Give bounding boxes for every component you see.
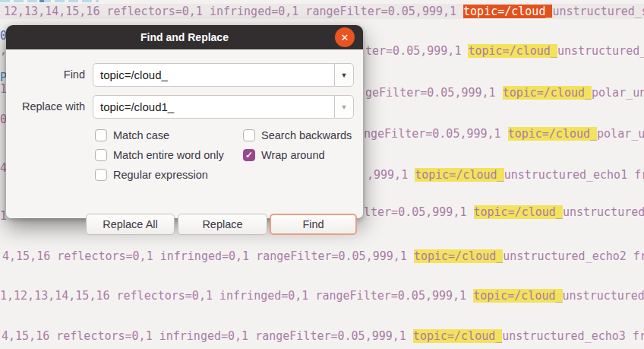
code-line: lter=0.05,999,1 topic=/cloud_unstructure… (364, 205, 644, 220)
code-text: lter=0.05,999,1 (364, 205, 474, 219)
checkbox-wrap-around[interactable]: ✓ Wrap around (243, 148, 325, 161)
code-text: unstructured (563, 289, 644, 303)
search-match: topic=/cloud_ (463, 5, 552, 18)
chevron-down-icon: ▼ (341, 103, 348, 111)
find-replace-dialog: Find and Replace ✕ Find ▼ Replace with ▼… (6, 25, 363, 218)
code-text: unstructured_s (552, 5, 644, 18)
replace-combo: ▼ (93, 95, 354, 119)
dialog-titlebar[interactable]: Find and Replace ✕ (6, 25, 363, 49)
code-text: unstructured_echo3 fr (502, 329, 644, 343)
clipped-code-line-top (0, 0, 99, 2)
replace-label: Replace with (6, 95, 85, 119)
checkbox-match-case[interactable]: ✓ Match case (95, 128, 169, 141)
code-line: 1,12,13,14,15,16 reflectors=0,1 infringe… (0, 289, 644, 303)
code-text: 4,15,16 reflectors=0,1 infringed=0,1 ran… (2, 329, 413, 343)
replace-input[interactable] (93, 95, 334, 119)
checkbox-match-entire-word[interactable]: ✓ Match entire word only (95, 148, 224, 161)
code-text: 1,12,13,14,15,16 reflectors=0,1 infringe… (0, 289, 473, 303)
code-text: 4,15,16 reflectors=0,1 infringed=0,1 ran… (2, 249, 414, 263)
code-text: unstructured_ (557, 44, 644, 58)
code-text: ter=0.05,999,1 (365, 44, 468, 58)
code-line: geFilter=0.05,999,1 topic=/cloud_polar_u… (365, 86, 644, 100)
search-match: topic=/cloud_ (414, 249, 503, 263)
checkbox-icon: ✓ (95, 169, 107, 181)
search-match: topic=/cloud_ (473, 289, 562, 303)
code-text: unstructured_echo1 fr (504, 168, 644, 182)
search-match: topic=/cloud_ (474, 205, 563, 219)
search-match: topic=/cloud_ (503, 86, 592, 100)
code-text: 12,13,14,15,16 reflectors=0,1 infringed=… (4, 5, 463, 18)
find-input[interactable] (93, 63, 334, 87)
find-button[interactable]: Find (270, 214, 357, 235)
checkbox-icon: ✓ (243, 149, 255, 161)
search-match: topic=/cloud_ (468, 44, 557, 58)
find-combo: ▼ (93, 63, 354, 87)
checkbox-search-backwards[interactable]: ✓ Search backwards (243, 128, 352, 141)
search-match: topic=/cloud_ (413, 329, 502, 343)
code-line: ngeFilter=0.05,999,1 topic=/cloud_polar_… (364, 127, 644, 141)
code-text: polar_un (592, 86, 644, 100)
code-text: ,999,1 (367, 168, 415, 182)
code-line: 4,15,16 reflectors=0,1 infringed=0,1 ran… (2, 249, 644, 264)
search-match: topic=/cloud_ (415, 168, 504, 182)
code-text: unstructured (563, 205, 644, 219)
checkbox-icon: ✓ (243, 129, 255, 141)
code-line: 4,15,16 reflectors=0,1 infringed=0,1 ran… (2, 329, 644, 344)
dialog-title: Find and Replace (140, 31, 229, 43)
dialog-body: Find ▼ Replace with ▼ ✓ Match case ✓ Mat… (6, 49, 363, 218)
find-label: Find (6, 63, 85, 87)
checkbox-icon: ✓ (95, 129, 107, 141)
code-text: geFilter=0.05,999,1 (365, 86, 503, 100)
search-match: topic=/cloud_ (508, 127, 597, 141)
code-line: ter=0.05,999,1 topic=/cloud_unstructured… (365, 44, 644, 59)
close-button[interactable]: ✕ (335, 27, 355, 47)
find-history-dropdown[interactable]: ▼ (334, 63, 354, 87)
chevron-down-icon: ▼ (341, 71, 348, 79)
replace-all-button[interactable]: Replace All (86, 214, 175, 235)
code-text: polar_u (597, 127, 644, 141)
code-line: 12,13,14,15,16 reflectors=0,1 infringed=… (4, 5, 644, 19)
checkbox-icon: ✓ (95, 149, 107, 161)
code-text: unstructured_echo2 fr (503, 249, 644, 263)
replace-button[interactable]: Replace (178, 214, 267, 235)
replace-history-dropdown[interactable]: ▼ (334, 95, 354, 119)
code-text: ngeFilter=0.05,999,1 (364, 127, 508, 141)
checkbox-regular-expression[interactable]: ✓ Regular expression (95, 168, 208, 181)
close-icon: ✕ (341, 33, 349, 43)
code-line: ,999,1 topic=/cloud_unstructured_echo1 f… (367, 168, 644, 182)
